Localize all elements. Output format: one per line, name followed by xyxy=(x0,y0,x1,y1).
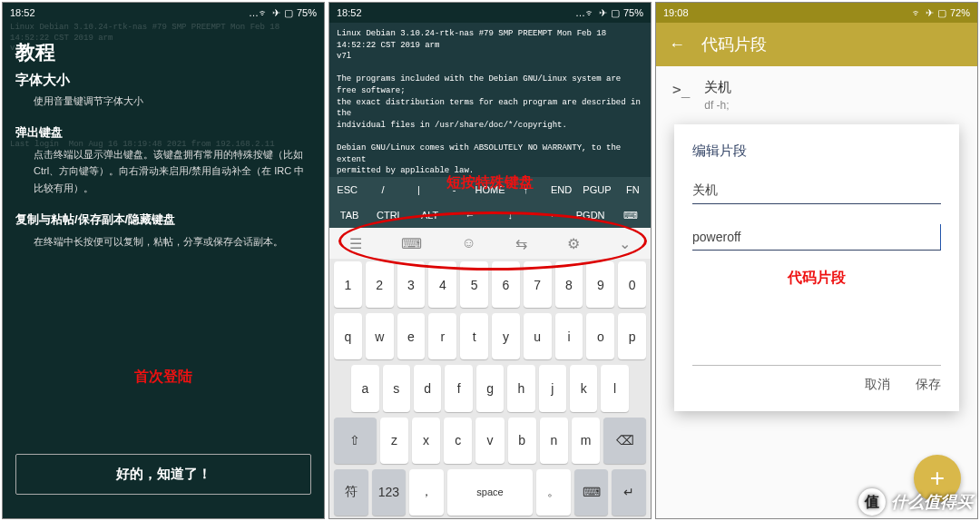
key-o[interactable]: o xyxy=(586,313,614,359)
key-enter[interactable]: ↵ xyxy=(612,469,646,516)
key-b[interactable]: b xyxy=(508,418,536,464)
dialog-title: 编辑片段 xyxy=(692,143,941,160)
status-time: 18:52 xyxy=(337,7,362,18)
status-bar: 18:52 …ᯤ ✈ ▢ 75% xyxy=(329,3,651,23)
key-pipe[interactable]: | xyxy=(401,184,436,195)
key-right[interactable]: → xyxy=(530,210,570,221)
key-9[interactable]: 9 xyxy=(586,261,614,308)
ime-keyboard-icon[interactable]: ⌨ xyxy=(401,235,422,252)
key-7[interactable]: 7 xyxy=(524,261,552,308)
terminal-output[interactable]: Linux Debian 3.10.24-rtk-nas #79 SMP PRE… xyxy=(329,23,651,177)
key-v[interactable]: v xyxy=(475,418,504,464)
key-p[interactable]: p xyxy=(618,313,646,359)
key-3[interactable]: 3 xyxy=(397,261,426,308)
screenshot-2-keyboard: 18:52 …ᯤ ✈ ▢ 75% Linux Debian 3.10.24-rt… xyxy=(328,2,652,519)
key-end[interactable]: END xyxy=(544,184,579,195)
key-k[interactable]: k xyxy=(570,365,597,411)
key-u[interactable]: u xyxy=(524,313,552,359)
key-space[interactable]: space xyxy=(447,469,533,516)
soft-keyboard: 1 2 3 4 5 6 7 8 9 0 q w e r t y xyxy=(329,259,651,518)
special-key-row-2: TAB CTRL ALT ← ↓ → PGDN ⌨ xyxy=(329,202,651,228)
key-0[interactable]: 0 xyxy=(618,261,646,308)
status-time: 18:52 xyxy=(10,7,35,18)
snippet-list-item[interactable]: >_ 关机 df -h; xyxy=(656,66,977,124)
key-fn[interactable]: FN xyxy=(615,184,651,195)
key-c[interactable]: c xyxy=(444,418,472,464)
key-l[interactable]: l xyxy=(601,365,628,411)
watermark-text: 什么值得买 xyxy=(891,491,973,513)
key-keyboard-icon[interactable]: ⌨ xyxy=(611,210,651,221)
key-123[interactable]: 123 xyxy=(372,469,407,516)
snippet-title: 关机 xyxy=(704,79,731,96)
battery-icon: ▢ xyxy=(937,7,946,19)
section-copy: 复制与粘帖/保存副本/隐藏键盘 xyxy=(15,211,311,228)
key-x[interactable]: x xyxy=(412,418,440,464)
annotation-special-keys: 短按特殊键盘 xyxy=(446,173,534,192)
key-slash[interactable]: / xyxy=(365,184,400,195)
key-alt[interactable]: ALT xyxy=(410,210,450,221)
status-bar: 18:52 …ᯤ ✈ ▢ 75% xyxy=(3,3,324,23)
key-shift[interactable]: ⇧ xyxy=(334,418,377,464)
key-ctrl[interactable]: CTRL xyxy=(369,210,409,221)
battery-pct: 75% xyxy=(297,7,317,18)
key-1[interactable]: 1 xyxy=(334,261,362,308)
key-6[interactable]: 6 xyxy=(492,261,520,308)
key-y[interactable]: y xyxy=(492,313,520,359)
save-button[interactable]: 保存 xyxy=(916,377,941,393)
tutorial-overlay: 教程 字体大小 使用音量键调节字体大小 弹出键盘 点击终端以显示弹出键盘。该键盘… xyxy=(15,32,311,250)
ime-menu-icon[interactable]: ☰ xyxy=(349,235,362,252)
status-icons: …ᯤ ✈ ▢ 75% xyxy=(249,7,317,19)
key-8[interactable]: 8 xyxy=(555,261,583,308)
key-t[interactable]: t xyxy=(460,313,488,359)
status-icons: ᯤ ✈ ▢ 72% xyxy=(912,7,970,19)
key-n[interactable]: n xyxy=(540,418,568,464)
annotation-first-login: 首次登陆 xyxy=(134,368,192,387)
key-r[interactable]: r xyxy=(428,313,456,359)
key-m[interactable]: m xyxy=(572,418,600,464)
kb-row-qwerty: q w e r t y u i o p xyxy=(329,310,651,362)
key-g[interactable]: g xyxy=(476,365,504,411)
key-i[interactable]: i xyxy=(555,313,583,359)
ime-emoji-icon[interactable]: ☺ xyxy=(462,235,476,251)
ime-switch-icon[interactable]: ⇆ xyxy=(515,235,527,252)
dialog-divider xyxy=(692,342,941,366)
ok-button[interactable]: 好的，知道了！ xyxy=(15,454,311,495)
ime-collapse-icon[interactable]: ⌄ xyxy=(619,235,631,252)
kb-row-bottom: 符 123 ， space 。 ⌨ ↵ xyxy=(329,467,651,518)
key-4[interactable]: 4 xyxy=(428,261,456,308)
key-j[interactable]: j xyxy=(539,365,566,411)
key-esc[interactable]: ESC xyxy=(329,184,365,195)
key-5[interactable]: 5 xyxy=(460,261,488,308)
key-s[interactable]: s xyxy=(383,365,410,411)
airplane-icon: ✈ xyxy=(272,7,280,19)
key-backspace[interactable]: ⌫ xyxy=(603,418,646,464)
key-a[interactable]: a xyxy=(351,365,378,411)
airplane-icon: ✈ xyxy=(926,7,934,19)
key-q[interactable]: q xyxy=(334,313,362,359)
ime-settings-icon[interactable]: ⚙ xyxy=(567,235,580,252)
key-comma[interactable]: ， xyxy=(409,469,444,516)
snippet-command-input[interactable] xyxy=(692,224,941,251)
key-2[interactable]: 2 xyxy=(366,261,394,308)
key-pgdn[interactable]: PGDN xyxy=(571,210,611,221)
key-symbol[interactable]: 符 xyxy=(334,469,368,516)
key-tab[interactable]: TAB xyxy=(329,210,369,221)
snippet-name-input[interactable] xyxy=(692,178,941,204)
section-keyboard-body: 点击终端以显示弹出键盘。该键盘拥有常用的特殊按键（比如 Ctrl、方向键等）。向… xyxy=(15,146,311,197)
key-f[interactable]: f xyxy=(445,365,472,411)
back-arrow-icon[interactable]: ← xyxy=(669,35,685,54)
key-left[interactable]: ← xyxy=(450,210,490,221)
key-period[interactable]: 。 xyxy=(536,469,571,516)
key-down[interactable]: ↓ xyxy=(490,210,530,221)
key-w[interactable]: w xyxy=(366,313,394,359)
key-switch-icon[interactable]: ⌨ xyxy=(574,469,609,516)
section-font-size: 字体大小 xyxy=(15,72,311,89)
status-icons: …ᯤ ✈ ▢ 75% xyxy=(575,7,643,19)
key-z[interactable]: z xyxy=(380,418,408,464)
key-pgup[interactable]: PGUP xyxy=(579,184,614,195)
cancel-button[interactable]: 取消 xyxy=(865,377,890,393)
key-h[interactable]: h xyxy=(507,365,534,411)
key-e[interactable]: e xyxy=(397,313,426,359)
ime-toolbar: ☰ ⌨ ☺ ⇆ ⚙ ⌄ xyxy=(329,228,651,259)
key-d[interactable]: d xyxy=(414,365,441,411)
